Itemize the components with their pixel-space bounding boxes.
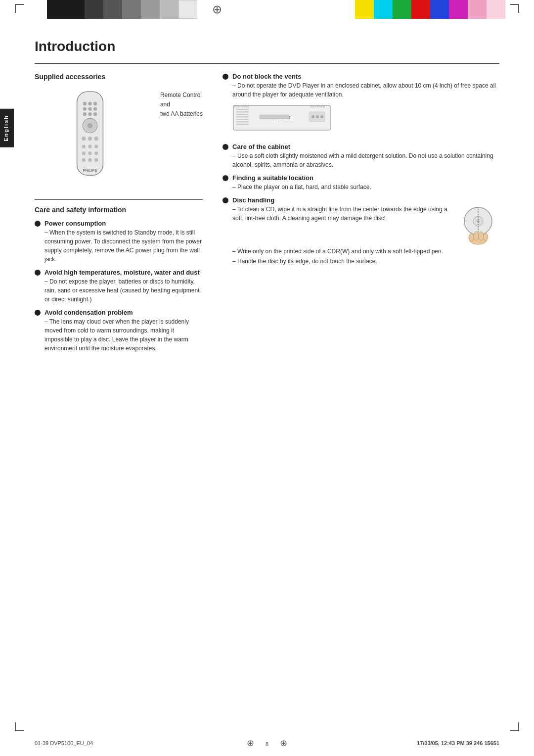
bullet-dot-cabinet bbox=[222, 144, 228, 150]
bullet-content-disc: Disc handling – To clean a CD, wipe it i… bbox=[232, 196, 499, 266]
svg-point-38 bbox=[320, 115, 323, 118]
condensation-heading: Avoid condensation problem bbox=[44, 309, 203, 316]
svg-point-1 bbox=[83, 102, 87, 105]
svg-text:PHILIPS: PHILIPS bbox=[83, 168, 97, 173]
svg-rect-34 bbox=[260, 115, 289, 119]
svg-point-4 bbox=[83, 107, 87, 110]
bullet-content-condensation: Avoid condensation problem – The lens ma… bbox=[44, 309, 203, 353]
svg-point-22 bbox=[88, 158, 91, 162]
supplied-accessories-heading: Supplied accessories bbox=[35, 73, 203, 81]
bullet-content-temp: Avoid high temperatures, moisture, water… bbox=[44, 269, 203, 304]
svg-point-3 bbox=[93, 102, 97, 105]
color-block-yellow bbox=[355, 0, 374, 19]
footer-right: 17/03/05, 12:43 PM 39 246 15651 bbox=[417, 740, 499, 746]
corner-mark-br bbox=[510, 722, 519, 731]
color-block-green bbox=[393, 0, 411, 19]
svg-rect-27 bbox=[236, 111, 249, 113]
power-heading: Power consumption bbox=[44, 220, 203, 227]
bullet-avoid-temp: Avoid high temperatures, moisture, water… bbox=[35, 269, 203, 304]
disc-cleaning-svg bbox=[457, 204, 499, 246]
svg-point-17 bbox=[94, 144, 98, 148]
color-block-gray1 bbox=[103, 0, 122, 19]
location-heading: Finding a suitable location bbox=[232, 174, 499, 182]
temp-text: – Do not expose the player, batteries or… bbox=[44, 277, 203, 304]
footer-crosshair: ⊕ bbox=[247, 738, 254, 748]
color-block-red bbox=[411, 0, 430, 19]
svg-point-9 bbox=[93, 112, 97, 116]
color-block-cyan bbox=[374, 0, 393, 19]
color-block-magenta bbox=[449, 0, 468, 19]
bullet-dot-vents bbox=[222, 74, 228, 80]
svg-point-12 bbox=[82, 137, 86, 141]
color-block-blue bbox=[430, 0, 449, 19]
svg-point-47 bbox=[474, 232, 479, 240]
svg-point-5 bbox=[88, 107, 91, 110]
care-divider bbox=[35, 199, 203, 200]
svg-rect-31 bbox=[236, 121, 249, 123]
svg-point-21 bbox=[82, 158, 86, 162]
bullet-content-vents: Do not block the vents – Do not operate … bbox=[232, 73, 499, 138]
corner-mark-tl bbox=[15, 4, 24, 13]
corner-mark-tr bbox=[510, 4, 519, 13]
svg-point-7 bbox=[83, 112, 87, 116]
svg-point-6 bbox=[93, 107, 97, 110]
color-block-pink bbox=[468, 0, 487, 19]
page-title: Introduction bbox=[35, 39, 499, 54]
remote-control-image: PHILIPS bbox=[55, 87, 125, 186]
bullet-cabinet: Care of the cabinet – Use a soft cloth s… bbox=[222, 143, 499, 169]
svg-point-19 bbox=[88, 151, 91, 155]
bullet-condensation: Avoid condensation problem – The lens ma… bbox=[35, 309, 203, 353]
bullet-content-cabinet: Care of the cabinet – Use a soft cloth s… bbox=[232, 143, 499, 169]
svg-point-37 bbox=[316, 115, 319, 118]
svg-text:10cm (4 inch): 10cm (4 inch) bbox=[310, 105, 325, 108]
svg-point-46 bbox=[469, 234, 474, 241]
main-divider bbox=[35, 63, 499, 64]
footer-page-number: 8 bbox=[266, 741, 268, 747]
bullet-location: Finding a suitable location – Place the … bbox=[222, 174, 499, 191]
svg-point-49 bbox=[484, 233, 488, 241]
dvd-player-image: PHILIPS 10cm (4 inch) 10cm (4 inch) bbox=[232, 103, 499, 134]
svg-point-20 bbox=[94, 151, 98, 155]
bullet-content-power: Power consumption – When the system is s… bbox=[44, 220, 203, 264]
left-column: Supplied accessories bbox=[35, 73, 203, 358]
svg-rect-26 bbox=[236, 109, 249, 110]
svg-text:10cm (4 inch): 10cm (4 inch) bbox=[234, 105, 249, 108]
disc-cleaning-image bbox=[457, 204, 499, 246]
vents-text: – Do not operate the DVD Player in an en… bbox=[232, 81, 499, 99]
bullet-vents: Do not block the vents – Do not operate … bbox=[222, 73, 499, 138]
location-text: – Place the player on a flat, hard, and … bbox=[232, 183, 499, 191]
dvd-device-svg: PHILIPS 10cm (4 inch) 10cm (4 inch) bbox=[232, 103, 331, 133]
svg-point-8 bbox=[88, 112, 91, 116]
disc-heading: Disc handling bbox=[232, 196, 499, 204]
footer-center: ⊕ 8 ⊕ bbox=[247, 738, 287, 749]
color-block-gray4 bbox=[160, 0, 178, 19]
disc-text3: – Handle the disc by its edge, do not to… bbox=[232, 257, 499, 266]
bullet-power-consumption: Power consumption – When the system is s… bbox=[35, 220, 203, 264]
cabinet-heading: Care of the cabinet bbox=[232, 143, 499, 150]
svg-point-2 bbox=[88, 102, 91, 105]
cabinet-text: – Use a soft cloth slightly moistened wi… bbox=[232, 151, 499, 169]
footer-left: 01-39 DVP5100_EU_04 bbox=[35, 740, 417, 746]
color-block-light1 bbox=[178, 0, 197, 19]
remote-svg: PHILIPS bbox=[65, 89, 115, 183]
footer-crosshair2: ⊕ bbox=[280, 738, 287, 748]
care-safety-heading: Care and safety information bbox=[35, 206, 203, 214]
color-block-dark1 bbox=[85, 0, 103, 19]
bullet-content-location: Finding a suitable location – Place the … bbox=[232, 174, 499, 191]
content-columns: Supplied accessories bbox=[35, 73, 499, 358]
svg-point-11 bbox=[88, 123, 93, 129]
color-block-black2 bbox=[66, 0, 85, 19]
main-page: Introduction Supplied accessories bbox=[0, 19, 534, 387]
bullet-dot-location bbox=[222, 175, 228, 181]
corner-mark-bl bbox=[15, 722, 24, 731]
svg-rect-28 bbox=[236, 114, 249, 115]
color-block-light-pink bbox=[487, 0, 505, 19]
condensation-text: – The lens may cloud over when the playe… bbox=[44, 317, 203, 353]
top-color-bar: ⊕ bbox=[0, 0, 534, 19]
right-column: Do not block the vents – Do not operate … bbox=[222, 73, 499, 358]
care-safety-section: Care and safety information Power consum… bbox=[35, 199, 203, 353]
power-text: – When the system is switched to Standby… bbox=[44, 228, 203, 264]
supplied-accessories-section: Supplied accessories bbox=[35, 73, 203, 190]
svg-rect-29 bbox=[236, 116, 249, 118]
svg-point-48 bbox=[479, 232, 484, 240]
